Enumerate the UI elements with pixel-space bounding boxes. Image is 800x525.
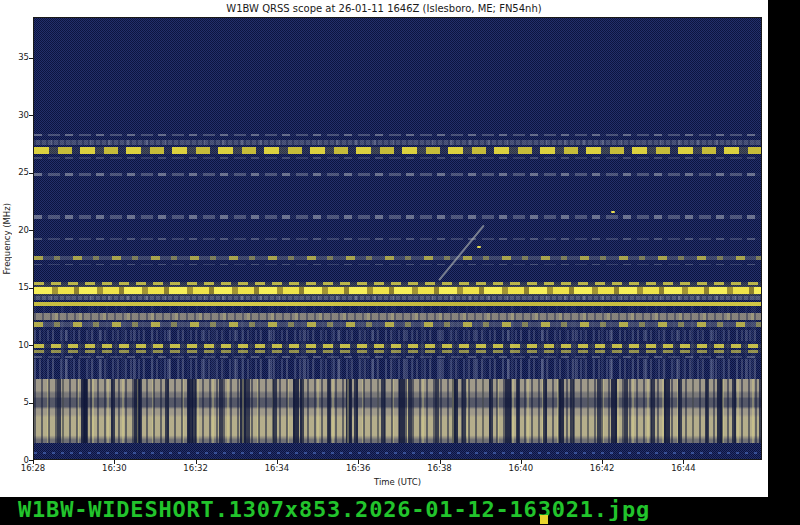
x-tick-label: 16:42 <box>584 464 620 473</box>
signal-band <box>34 356 761 359</box>
console-cursor-block <box>540 515 548 524</box>
diagonal-sweep-trace <box>438 225 484 281</box>
x-tick-label: 16:40 <box>503 464 539 473</box>
y-tick-label: 5 <box>2 398 29 407</box>
signal-band <box>34 322 761 327</box>
y-tick-mark <box>29 288 33 289</box>
signal-band <box>34 302 761 306</box>
signal-band <box>34 330 761 341</box>
signal-band <box>34 238 761 240</box>
signal-band <box>34 359 761 379</box>
x-axis-label: Time (UTC) <box>33 477 762 487</box>
image-filename-text: W1BW-WIDESHORT.1307x853.2026-01-12-16302… <box>18 497 650 523</box>
signal-band <box>34 264 761 266</box>
signal-band <box>34 282 761 285</box>
y-tick-label: 35 <box>2 53 29 62</box>
y-tick-mark <box>29 230 33 231</box>
signal-band <box>34 215 761 219</box>
x-tick-label: 16:38 <box>422 464 458 473</box>
y-tick-label: 15 <box>2 283 29 292</box>
x-tick-label: 16:32 <box>178 464 214 473</box>
signal-band <box>34 379 761 443</box>
console-status-bar: W1BW-WIDESHORT.1307x853.2026-01-12-16302… <box>0 497 800 525</box>
y-axis-label-wrap: Frequency (MHz) <box>1 17 13 460</box>
y-tick-mark <box>29 115 33 116</box>
screenshot-root: W1BW QRSS scope at 26-01-11 1646Z (Isles… <box>0 0 800 525</box>
signal-band <box>34 134 761 136</box>
signal-band <box>34 287 761 294</box>
x-tick-label: 16:44 <box>665 464 701 473</box>
signal-band <box>34 140 761 145</box>
signal-band <box>34 350 761 353</box>
y-tick-mark <box>29 58 33 59</box>
signal-band <box>34 147 761 154</box>
signal-band <box>34 452 761 454</box>
spectrogram-figure: W1BW QRSS scope at 26-01-11 1646Z (Isles… <box>0 0 768 497</box>
signal-band <box>34 256 761 260</box>
y-tick-label: 20 <box>2 226 29 235</box>
chart-title: W1BW QRSS scope at 26-01-11 1646Z (Isles… <box>0 3 768 14</box>
y-tick-mark <box>29 345 33 346</box>
signal-speck <box>611 211 615 213</box>
signal-speck <box>477 246 481 248</box>
signal-band <box>34 296 761 300</box>
x-tick-label: 16:34 <box>259 464 295 473</box>
y-tick-label: 10 <box>2 341 29 350</box>
y-tick-label: 25 <box>2 168 29 177</box>
x-tick-label: 16:28 <box>15 464 51 473</box>
signal-band <box>34 173 761 176</box>
signal-band <box>34 313 761 320</box>
y-tick-label: 30 <box>2 111 29 120</box>
signal-band <box>34 157 761 159</box>
spectrogram <box>33 17 762 460</box>
y-tick-mark <box>29 173 33 174</box>
y-tick-mark <box>29 403 33 404</box>
y-axis-label: Frequency (MHz) <box>2 203 12 274</box>
signal-band <box>34 344 761 348</box>
x-tick-label: 16:36 <box>340 464 376 473</box>
x-tick-label: 16:30 <box>96 464 132 473</box>
